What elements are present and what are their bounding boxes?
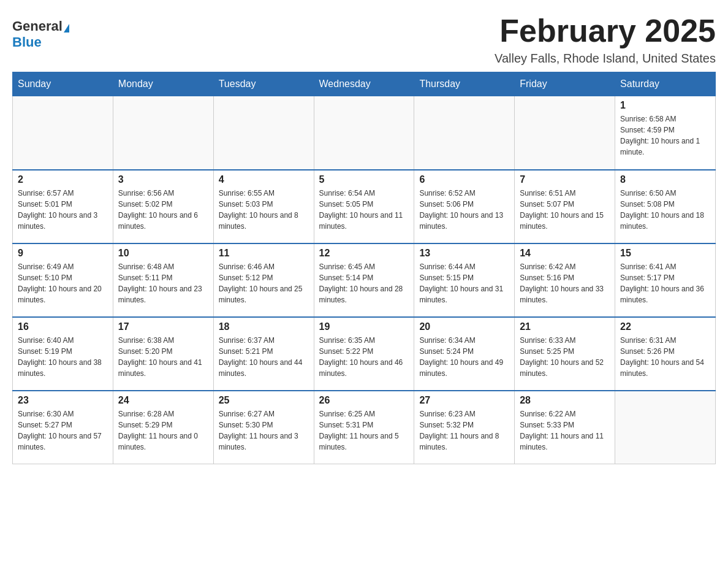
day-number: 11 bbox=[219, 248, 309, 259]
calendar-cell: 25Sunrise: 6:27 AMSunset: 5:30 PMDayligh… bbox=[213, 391, 314, 464]
day-number: 24 bbox=[118, 395, 208, 406]
weekday-header-sunday: Sunday bbox=[13, 72, 113, 96]
weekday-header-thursday: Thursday bbox=[414, 72, 515, 96]
day-number: 6 bbox=[419, 174, 509, 185]
calendar-cell: 23Sunrise: 6:30 AMSunset: 5:27 PMDayligh… bbox=[13, 391, 113, 464]
calendar-table: SundayMondayTuesdayWednesdayThursdayFrid… bbox=[12, 72, 716, 464]
day-info: Sunrise: 6:42 AMSunset: 5:16 PMDaylight:… bbox=[520, 261, 610, 305]
calendar-week-row: 2Sunrise: 6:57 AMSunset: 5:01 PMDaylight… bbox=[13, 170, 716, 243]
calendar-cell: 17Sunrise: 6:38 AMSunset: 5:20 PMDayligh… bbox=[113, 317, 213, 391]
day-info: Sunrise: 6:45 AMSunset: 5:14 PMDaylight:… bbox=[319, 261, 409, 305]
calendar-cell bbox=[515, 96, 615, 170]
month-title: February 2025 bbox=[495, 12, 716, 49]
logo-triangle-icon bbox=[64, 24, 69, 33]
title-section: February 2025 Valley Falls, Rhode Island… bbox=[495, 12, 716, 66]
day-number: 23 bbox=[18, 395, 108, 406]
calendar-cell: 5Sunrise: 6:54 AMSunset: 5:05 PMDaylight… bbox=[314, 170, 414, 243]
day-info: Sunrise: 6:31 AMSunset: 5:26 PMDaylight:… bbox=[620, 335, 710, 379]
day-info: Sunrise: 6:46 AMSunset: 5:12 PMDaylight:… bbox=[219, 261, 309, 305]
logo-line1: General bbox=[12, 18, 69, 34]
calendar-cell: 13Sunrise: 6:44 AMSunset: 5:15 PMDayligh… bbox=[414, 243, 515, 317]
calendar-week-row: 16Sunrise: 6:40 AMSunset: 5:19 PMDayligh… bbox=[13, 317, 716, 391]
day-info: Sunrise: 6:54 AMSunset: 5:05 PMDaylight:… bbox=[319, 188, 409, 232]
calendar-cell bbox=[213, 96, 314, 170]
weekday-header-row: SundayMondayTuesdayWednesdayThursdayFrid… bbox=[13, 72, 716, 96]
day-number: 3 bbox=[118, 174, 208, 185]
day-number: 16 bbox=[18, 321, 108, 332]
weekday-header-friday: Friday bbox=[515, 72, 615, 96]
day-number: 9 bbox=[18, 248, 108, 259]
day-number: 4 bbox=[219, 174, 309, 185]
calendar-week-row: 9Sunrise: 6:49 AMSunset: 5:10 PMDaylight… bbox=[13, 243, 716, 317]
weekday-header-monday: Monday bbox=[113, 72, 213, 96]
calendar-cell bbox=[314, 96, 414, 170]
day-number: 7 bbox=[520, 174, 610, 185]
calendar-cell: 2Sunrise: 6:57 AMSunset: 5:01 PMDaylight… bbox=[13, 170, 113, 243]
day-info: Sunrise: 6:28 AMSunset: 5:29 PMDaylight:… bbox=[118, 408, 208, 453]
calendar-cell: 16Sunrise: 6:40 AMSunset: 5:19 PMDayligh… bbox=[13, 317, 113, 391]
day-number: 13 bbox=[419, 248, 509, 259]
calendar-cell: 7Sunrise: 6:51 AMSunset: 5:07 PMDaylight… bbox=[515, 170, 615, 243]
calendar-cell: 28Sunrise: 6:22 AMSunset: 5:33 PMDayligh… bbox=[515, 391, 615, 464]
calendar-week-row: 23Sunrise: 6:30 AMSunset: 5:27 PMDayligh… bbox=[13, 391, 716, 464]
day-number: 26 bbox=[319, 395, 409, 406]
calendar-cell: 26Sunrise: 6:25 AMSunset: 5:31 PMDayligh… bbox=[314, 391, 414, 464]
calendar-cell: 9Sunrise: 6:49 AMSunset: 5:10 PMDaylight… bbox=[13, 243, 113, 317]
calendar-cell: 10Sunrise: 6:48 AMSunset: 5:11 PMDayligh… bbox=[113, 243, 213, 317]
day-number: 12 bbox=[319, 248, 409, 259]
day-info: Sunrise: 6:25 AMSunset: 5:31 PMDaylight:… bbox=[319, 408, 409, 453]
calendar-cell: 20Sunrise: 6:34 AMSunset: 5:24 PMDayligh… bbox=[414, 317, 515, 391]
day-number: 27 bbox=[419, 395, 509, 406]
day-info: Sunrise: 6:56 AMSunset: 5:02 PMDaylight:… bbox=[118, 188, 208, 232]
calendar-cell: 14Sunrise: 6:42 AMSunset: 5:16 PMDayligh… bbox=[515, 243, 615, 317]
weekday-header-tuesday: Tuesday bbox=[213, 72, 314, 96]
day-info: Sunrise: 6:41 AMSunset: 5:17 PMDaylight:… bbox=[620, 261, 710, 305]
day-info: Sunrise: 6:22 AMSunset: 5:33 PMDaylight:… bbox=[520, 408, 610, 453]
day-number: 28 bbox=[520, 395, 610, 406]
day-info: Sunrise: 6:49 AMSunset: 5:10 PMDaylight:… bbox=[18, 261, 108, 305]
day-number: 19 bbox=[319, 321, 409, 332]
calendar-cell: 22Sunrise: 6:31 AMSunset: 5:26 PMDayligh… bbox=[615, 317, 716, 391]
day-number: 15 bbox=[620, 248, 710, 259]
day-info: Sunrise: 6:35 AMSunset: 5:22 PMDaylight:… bbox=[319, 335, 409, 379]
location-text: Valley Falls, Rhode Island, United State… bbox=[495, 52, 716, 66]
day-number: 25 bbox=[219, 395, 309, 406]
weekday-header-saturday: Saturday bbox=[615, 72, 716, 96]
calendar-cell: 19Sunrise: 6:35 AMSunset: 5:22 PMDayligh… bbox=[314, 317, 414, 391]
page-header: General Blue February 2025 Valley Falls,… bbox=[12, 12, 716, 66]
day-number: 2 bbox=[18, 174, 108, 185]
calendar-cell: 24Sunrise: 6:28 AMSunset: 5:29 PMDayligh… bbox=[113, 391, 213, 464]
calendar-cell: 4Sunrise: 6:55 AMSunset: 5:03 PMDaylight… bbox=[213, 170, 314, 243]
day-info: Sunrise: 6:37 AMSunset: 5:21 PMDaylight:… bbox=[219, 335, 309, 379]
calendar-cell bbox=[615, 391, 716, 464]
day-number: 1 bbox=[620, 100, 710, 111]
calendar-cell: 12Sunrise: 6:45 AMSunset: 5:14 PMDayligh… bbox=[314, 243, 414, 317]
day-number: 20 bbox=[419, 321, 509, 332]
day-info: Sunrise: 6:50 AMSunset: 5:08 PMDaylight:… bbox=[620, 188, 710, 232]
day-info: Sunrise: 6:27 AMSunset: 5:30 PMDaylight:… bbox=[219, 408, 309, 453]
day-info: Sunrise: 6:58 AMSunset: 4:59 PMDaylight:… bbox=[620, 113, 710, 158]
calendar-cell bbox=[113, 96, 213, 170]
calendar-cell: 8Sunrise: 6:50 AMSunset: 5:08 PMDaylight… bbox=[615, 170, 716, 243]
day-info: Sunrise: 6:38 AMSunset: 5:20 PMDaylight:… bbox=[118, 335, 208, 379]
calendar-week-row: 1Sunrise: 6:58 AMSunset: 4:59 PMDaylight… bbox=[13, 96, 716, 170]
weekday-header-wednesday: Wednesday bbox=[314, 72, 414, 96]
day-number: 5 bbox=[319, 174, 409, 185]
day-info: Sunrise: 6:55 AMSunset: 5:03 PMDaylight:… bbox=[219, 188, 309, 232]
day-info: Sunrise: 6:57 AMSunset: 5:01 PMDaylight:… bbox=[18, 188, 108, 232]
day-number: 8 bbox=[620, 174, 710, 185]
calendar-cell: 6Sunrise: 6:52 AMSunset: 5:06 PMDaylight… bbox=[414, 170, 515, 243]
calendar-cell: 3Sunrise: 6:56 AMSunset: 5:02 PMDaylight… bbox=[113, 170, 213, 243]
day-number: 18 bbox=[219, 321, 309, 332]
day-number: 10 bbox=[118, 248, 208, 259]
day-info: Sunrise: 6:48 AMSunset: 5:11 PMDaylight:… bbox=[118, 261, 208, 305]
day-number: 17 bbox=[118, 321, 208, 332]
calendar-cell: 18Sunrise: 6:37 AMSunset: 5:21 PMDayligh… bbox=[213, 317, 314, 391]
calendar-cell: 15Sunrise: 6:41 AMSunset: 5:17 PMDayligh… bbox=[615, 243, 716, 317]
day-number: 22 bbox=[620, 321, 710, 332]
day-info: Sunrise: 6:30 AMSunset: 5:27 PMDaylight:… bbox=[18, 408, 108, 453]
calendar-cell: 11Sunrise: 6:46 AMSunset: 5:12 PMDayligh… bbox=[213, 243, 314, 317]
day-number: 21 bbox=[520, 321, 610, 332]
day-info: Sunrise: 6:44 AMSunset: 5:15 PMDaylight:… bbox=[419, 261, 509, 305]
logo-general-text: General bbox=[12, 18, 63, 34]
